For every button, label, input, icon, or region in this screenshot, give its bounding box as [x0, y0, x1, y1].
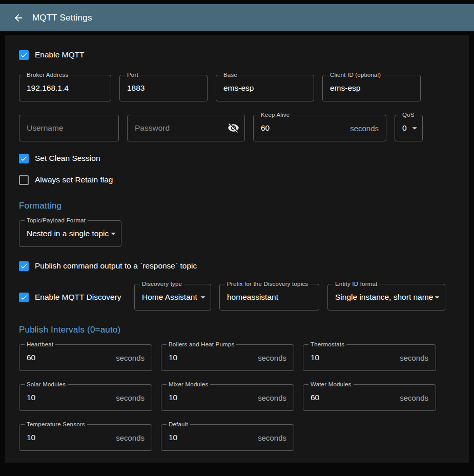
broker-address-label: Broker Address [25, 72, 70, 78]
clean-session-row: Set Clean Session [19, 152, 455, 165]
interval-input[interactable] [161, 425, 294, 450]
credentials-row: Keep Alive seconds QoS 0 [19, 115, 455, 141]
interval-label: Heartbeat [25, 341, 55, 348]
discovery-prefix-field[interactable]: Prefix for the Discovery topics [219, 284, 319, 311]
interval-label: Thermostats [308, 341, 346, 348]
visibility-off-icon [228, 122, 239, 134]
enable-mqtt-row: Enable MQTT [19, 48, 455, 61]
app-bar: MQTT Settings [0, 4, 474, 31]
settings-card: Enable MQTT Broker Address Port Base Cli… [5, 35, 469, 463]
dropdown-caret-icon [197, 292, 209, 303]
publish-response-label: Publish command output to a `response` t… [35, 261, 197, 271]
default-interval-field[interactable]: Default seconds [161, 424, 294, 451]
toggle-password-visibility-button[interactable] [227, 122, 239, 134]
broker-address-input[interactable] [19, 75, 111, 101]
formatting-heading: Formatting [19, 201, 455, 211]
enable-discovery-row: Enable MQTT Discovery [19, 291, 126, 304]
retain-flag-row: Always set Retain flag [19, 173, 455, 187]
interval-input[interactable] [161, 345, 294, 370]
interval-input[interactable] [303, 345, 436, 370]
port-field[interactable]: Port [119, 75, 208, 101]
discovery-prefix-label: Prefix for the Discovery topics [225, 281, 310, 287]
password-field[interactable] [127, 115, 245, 141]
keep-alive-input[interactable] [254, 115, 386, 141]
interval-input[interactable] [161, 385, 294, 410]
dropdown-caret-icon [409, 122, 420, 134]
temperature-sensors-interval-field[interactable]: Temperature Sensors seconds [19, 424, 152, 451]
topic-format-value: Nested in a single topic [27, 229, 109, 238]
topic-format-row: Topic/Payload Format Nested in a single … [19, 220, 455, 247]
base-input[interactable] [216, 75, 314, 101]
port-label: Port [125, 72, 140, 78]
publish-intervals-grid: Heartbeat seconds Boilers and Heat Pumps… [19, 344, 455, 451]
check-icon [20, 51, 28, 59]
discovery-type-value: Home Assistant [142, 293, 197, 302]
base-field[interactable]: Base [216, 75, 314, 101]
keep-alive-field[interactable]: Keep Alive seconds [253, 115, 386, 141]
arrow-back-icon [13, 12, 24, 24]
boilers-interval-field[interactable]: Boilers and Heat Pumps seconds [161, 344, 294, 371]
discovery-type-label: Discovery type [140, 281, 184, 287]
client-id-field[interactable]: Client ID (optional) [322, 75, 421, 101]
enable-discovery-label: Enable MQTT Discovery [35, 293, 121, 302]
keep-alive-label: Keep Alive [259, 112, 292, 118]
interval-input[interactable] [19, 385, 152, 410]
discovery-prefix-input[interactable] [220, 284, 319, 310]
client-id-input[interactable] [323, 75, 420, 101]
publish-response-row: Publish command output to a `response` t… [19, 259, 455, 273]
enable-mqtt-checkbox[interactable] [19, 50, 29, 60]
qos-value: 0 [402, 123, 407, 133]
interval-label: Default [167, 421, 190, 428]
discovery-type-select[interactable]: Discovery type Home Assistant [134, 284, 211, 311]
qos-select[interactable]: QoS 0 [395, 115, 423, 141]
entity-id-format-label: Entity ID format [333, 281, 379, 287]
interval-label: Boilers and Heat Pumps [167, 341, 236, 348]
dropdown-caret-icon [431, 292, 443, 303]
publish-response-checkbox[interactable] [19, 261, 29, 271]
topic-format-select[interactable]: Topic/Payload Format Nested in a single … [19, 220, 121, 247]
back-button[interactable] [12, 12, 25, 24]
publish-intervals-heading: Publish Intervals (0=auto) [19, 325, 455, 335]
interval-input[interactable] [19, 345, 152, 370]
broker-row: Broker Address Port Base Client ID (opti… [19, 75, 455, 101]
interval-label: Water Modules [308, 381, 354, 388]
check-icon [20, 262, 28, 271]
base-label: Base [221, 72, 239, 78]
check-icon [20, 293, 28, 302]
interval-input[interactable] [303, 385, 436, 410]
username-input[interactable] [19, 115, 118, 141]
topic-format-label: Topic/Payload Format [25, 217, 88, 224]
interval-label: Solar Modules [25, 381, 68, 388]
port-input[interactable] [120, 75, 207, 101]
clean-session-label: Set Clean Session [35, 154, 100, 163]
entity-id-format-value: Single instance, short name [335, 293, 433, 302]
clean-session-checkbox[interactable] [19, 154, 29, 163]
page-title: MQTT Settings [32, 13, 92, 23]
enable-mqtt-label: Enable MQTT [35, 50, 84, 59]
thermostats-interval-field[interactable]: Thermostats seconds [303, 344, 436, 371]
client-id-label: Client ID (optional) [328, 72, 383, 78]
retain-flag-label: Always set Retain flag [35, 175, 113, 184]
interval-input[interactable] [19, 425, 152, 450]
interval-label: Mixer Modules [167, 381, 210, 388]
mixer-interval-field[interactable]: Mixer Modules seconds [161, 384, 294, 411]
heartbeat-interval-field[interactable]: Heartbeat seconds [19, 344, 152, 371]
discovery-row: Enable MQTT Discovery Discovery type Hom… [19, 284, 455, 311]
solar-interval-field[interactable]: Solar Modules seconds [19, 384, 152, 411]
retain-flag-checkbox[interactable] [19, 175, 29, 185]
enable-discovery-checkbox[interactable] [19, 293, 29, 302]
interval-label: Temperature Sensors [25, 421, 87, 428]
water-interval-field[interactable]: Water Modules seconds [303, 384, 436, 411]
entity-id-format-select[interactable]: Entity ID format Single instance, short … [327, 284, 445, 311]
username-field[interactable] [19, 115, 119, 141]
broker-address-field[interactable]: Broker Address [19, 75, 111, 101]
qos-label: QoS [400, 112, 417, 118]
dropdown-caret-icon [108, 228, 119, 239]
check-icon [20, 154, 28, 163]
